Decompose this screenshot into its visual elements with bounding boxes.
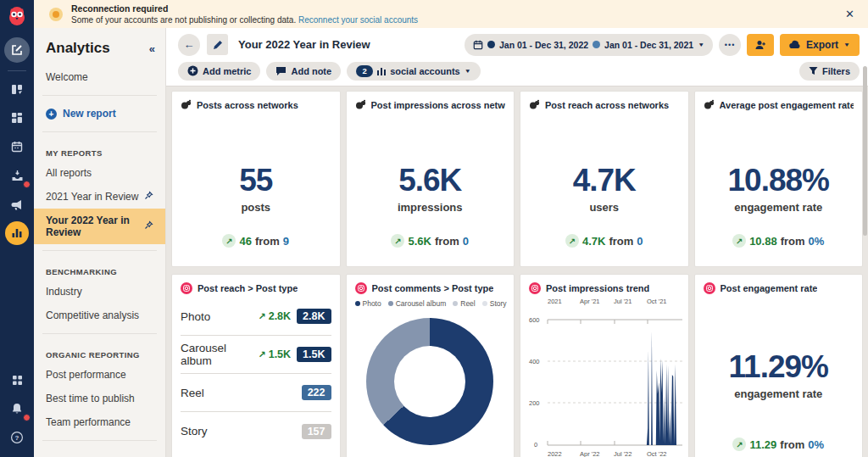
- reconnection-banner: Reconnection required Some of your accou…: [34, 0, 868, 28]
- chevron-down-icon: ▼: [465, 68, 471, 74]
- list-item-carousel-album[interactable]: Carousel album ↗1.5K 1.5K: [181, 336, 331, 374]
- more-options-button[interactable]: •••: [719, 34, 741, 56]
- warning-icon: [49, 8, 63, 21]
- streams-icon[interactable]: [5, 77, 29, 101]
- metric-unit: engagement rate: [695, 201, 863, 214]
- list-item-reel[interactable]: Reel 222: [181, 374, 331, 412]
- reconnect-accounts-link[interactable]: Reconnect your social accounts: [298, 15, 418, 25]
- sidebar-item-team-performance[interactable]: Team performance: [34, 410, 165, 434]
- trend-up-icon: ↗: [258, 349, 265, 360]
- sidebar-item-2022-year-in-review[interactable]: Your 2022 Year in Review: [34, 209, 165, 244]
- donut-chart[interactable]: [366, 318, 493, 445]
- chevron-down-icon: ▼: [843, 42, 850, 47]
- metric-value: 10.88%: [695, 163, 863, 198]
- vertical-scrollbar[interactable]: [863, 66, 867, 236]
- compare-date-range: Jan 01 - Dec 31, 2021: [604, 40, 693, 50]
- metric-unit: engagement rate: [695, 387, 863, 400]
- pin-icon[interactable]: [144, 191, 153, 203]
- list-item-story[interactable]: Story 157: [181, 412, 331, 450]
- pin-icon[interactable]: [144, 220, 153, 232]
- post-reach-by-type-card[interactable]: Post reach > Post type Photo ↗2.8K 2.8K …: [171, 274, 341, 457]
- app-rail: ?: [0, 0, 34, 457]
- divider: [42, 440, 157, 441]
- sidebar-item-2021-year-in-review[interactable]: 2021 Year in Review: [34, 185, 165, 209]
- metric-delta: ↗ 46 from 9: [172, 234, 340, 248]
- metric-delta: ↗ 10.88 from 0%: [695, 234, 863, 248]
- back-button[interactable]: ←: [178, 34, 200, 56]
- all-networks-icon: [181, 99, 192, 110]
- trend-chart[interactable]: 2021 Apr '21 Jul '21 Oct '21 600 400 200…: [529, 296, 680, 457]
- metric-value: 5.6K: [347, 163, 515, 198]
- analytics-icon[interactable]: [5, 221, 29, 245]
- banner-message: Some of your accounts are not publishing…: [71, 15, 296, 25]
- filters-button[interactable]: Filters: [799, 62, 860, 81]
- metric-card-posts[interactable]: Posts across networks 55 posts ↗ 46 from…: [171, 91, 341, 267]
- donut-hole: [394, 346, 465, 417]
- donut-legend: Photo Carousel album Reel Story: [355, 299, 506, 308]
- metric-value: 55: [172, 163, 340, 198]
- divider: [42, 333, 157, 334]
- metric-delta: ↗ 11.29 from 0%: [695, 437, 863, 451]
- export-button[interactable]: Export ▼: [780, 34, 860, 56]
- sidebar-item-welcome[interactable]: Welcome: [34, 65, 165, 89]
- export-cloud-icon: [789, 40, 801, 50]
- value-badge: 2.8K: [297, 309, 331, 324]
- sidebar-item-best-time-to-publish[interactable]: Best time to publish: [34, 387, 165, 410]
- add-metric-button[interactable]: Add metric: [178, 62, 260, 81]
- post-impressions-trend-card[interactable]: Post impressions trend 2021 Apr '21 Jul …: [520, 274, 689, 457]
- sidebar-item-industry[interactable]: Industry: [34, 280, 165, 304]
- hootsuite-owl-logo[interactable]: [0, 0, 34, 32]
- main-area: ← Your 2022 Year in Review Jan 01 - Dec …: [166, 28, 868, 457]
- instagram-icon: [181, 282, 192, 294]
- inbox-notification-dot: [23, 181, 31, 188]
- accounts-count-badge: 2: [356, 65, 373, 77]
- social-accounts-selector[interactable]: 2 social accounts ▼: [347, 62, 480, 81]
- metric-card-impressions[interactable]: Post impressions across networks 5.6K im…: [346, 91, 515, 267]
- divider: [42, 95, 157, 96]
- sidebar-item-post-performance[interactable]: Post performance: [34, 363, 165, 387]
- add-note-button[interactable]: Add note: [266, 62, 341, 81]
- sidebar-title: Analytics: [46, 40, 110, 57]
- metric-delta: ↗ 4.7K from 0: [520, 234, 688, 248]
- list-item-photo[interactable]: Photo ↗2.8K 2.8K: [181, 298, 331, 336]
- banner-title: Reconnection required: [71, 3, 418, 14]
- close-icon[interactable]: ✕: [842, 4, 858, 24]
- metric-card-reach[interactable]: Post reach across networks 4.7K users ↗ …: [520, 91, 689, 267]
- metric-unit: users: [520, 201, 688, 214]
- plus-circle-icon: [187, 65, 198, 76]
- notifications-bell-icon[interactable]: [5, 397, 29, 421]
- section-my-reports: MY REPORTS: [34, 138, 165, 161]
- metric-unit: impressions: [347, 201, 515, 214]
- note-bubble-icon: [275, 66, 287, 76]
- compose-icon[interactable]: [4, 37, 30, 63]
- svg-text:?: ?: [15, 434, 19, 442]
- sidebar-item-all-reports[interactable]: All reports: [34, 161, 165, 185]
- back-arrow-icon: ←: [184, 38, 195, 51]
- help-icon[interactable]: ?: [5, 426, 29, 449]
- add-user-icon: [754, 39, 766, 51]
- date-range-selector[interactable]: Jan 01 - Dec 31, 2022 Jan 01 - Dec 31, 2…: [465, 34, 713, 56]
- inbox-icon[interactable]: [5, 164, 29, 187]
- value-badge: 222: [302, 385, 331, 400]
- edit-report-button[interactable]: [207, 34, 228, 55]
- collapse-sidebar-icon[interactable]: «: [149, 42, 155, 55]
- value-badge: 157: [302, 424, 331, 439]
- metric-delta: ↗ 5.6K from 0: [347, 234, 515, 248]
- sidebar-item-competitive-analysis[interactable]: Competitive analysis: [34, 304, 165, 327]
- amplify-megaphone-icon[interactable]: [5, 192, 29, 216]
- metric-value: 4.7K: [520, 163, 688, 198]
- compare-period-dot: [593, 41, 600, 48]
- post-comments-by-type-card[interactable]: Post comments > Post type Photo Carousel…: [346, 274, 515, 457]
- all-networks-icon: [529, 99, 540, 110]
- apps-grid-icon[interactable]: [5, 368, 29, 392]
- divider: [42, 250, 157, 251]
- planner-calendar-icon[interactable]: [5, 135, 29, 159]
- trend-up-icon: ↗: [732, 437, 746, 451]
- report-header: ← Your 2022 Year in Review Jan 01 - Dec …: [166, 28, 868, 61]
- analytics-sidebar: Analytics « Welcome + New report MY REPO…: [34, 28, 166, 457]
- new-report-button[interactable]: + New report: [34, 102, 165, 125]
- metric-card-avg-engagement[interactable]: Average post engagement rate acr... 10.8…: [694, 91, 864, 267]
- boards-icon[interactable]: [5, 106, 29, 130]
- share-report-button[interactable]: [747, 34, 774, 56]
- metric-card-engagement-rate[interactable]: Post engagement rate 11.29% engagement r…: [694, 274, 864, 457]
